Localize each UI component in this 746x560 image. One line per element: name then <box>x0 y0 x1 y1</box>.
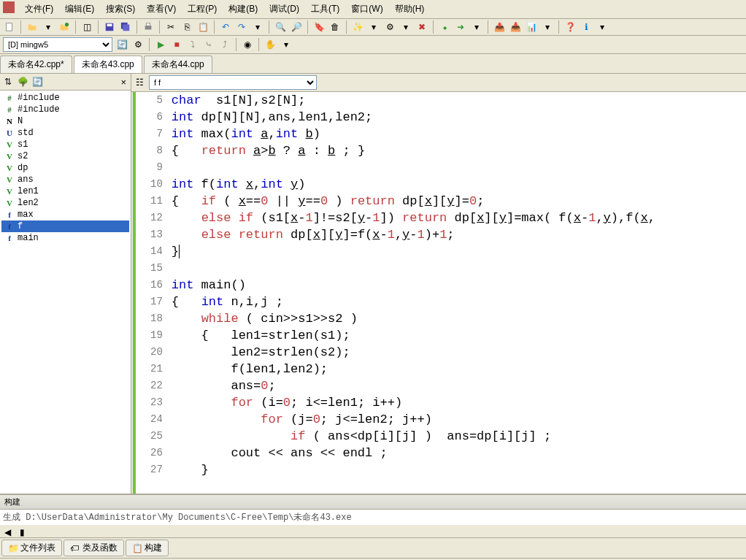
symbol-item[interactable]: Vans <box>1 174 129 185</box>
menu-search[interactable]: 搜索(S) <box>101 1 139 17</box>
separator <box>258 38 259 51</box>
step-into-icon[interactable]: ⤷ <box>202 38 215 51</box>
close-icon[interactable]: × <box>118 77 129 88</box>
symbol-label: len1 <box>18 186 39 196</box>
symbol-item[interactable]: ff <box>1 220 129 232</box>
refresh-icon[interactable]: 🔄 <box>31 75 44 88</box>
hand-icon[interactable]: ✋ <box>264 38 277 51</box>
code-template-icon[interactable]: ◫ <box>80 20 93 34</box>
symbol-label: main <box>18 233 39 243</box>
refresh-icon[interactable]: 🔄 <box>115 38 128 51</box>
paste-icon[interactable]: 📋 <box>196 20 209 34</box>
btab-build[interactable]: 📋构建 <box>126 540 169 556</box>
step-over-icon[interactable]: ⤵ <box>186 38 199 51</box>
import-icon[interactable]: 📥 <box>509 20 522 34</box>
recent-icon[interactable] <box>58 20 71 34</box>
separator <box>214 20 215 34</box>
symbol-item[interactable]: fmax <box>1 209 129 220</box>
sort-icon[interactable]: ⇅ <box>1 75 15 88</box>
menu-tools[interactable]: 工具(T) <box>307 1 344 17</box>
symbol-item[interactable]: fmain <box>1 232 129 244</box>
scroll-marker-icon[interactable]: ▮ <box>15 526 28 539</box>
cut-icon[interactable]: ✂ <box>164 20 177 34</box>
symbol-item[interactable]: ##include <box>1 92 129 104</box>
symbol-label: len2 <box>18 198 39 208</box>
breakpoint-icon[interactable]: ◉ <box>241 38 254 51</box>
dropdown-icon[interactable]: ▾ <box>367 20 380 34</box>
export-icon[interactable]: 📤 <box>493 20 506 34</box>
menu-window[interactable]: 窗口(W) <box>347 1 387 17</box>
btab-filelist[interactable]: 📁文件列表 <box>1 540 62 556</box>
menu-debug[interactable]: 调试(D) <box>265 1 304 17</box>
excel-icon[interactable]: 📊 <box>525 20 538 34</box>
menu-help[interactable]: 帮助(H) <box>391 1 429 17</box>
cancel-icon[interactable]: ✖ <box>415 20 428 34</box>
compiler-select[interactable]: [D] mingw5 <box>3 37 112 52</box>
run-icon[interactable]: ▶ <box>154 38 167 51</box>
svg-rect-6 <box>145 26 152 29</box>
editor-topbar: ☷ f f <box>131 74 746 92</box>
symbol-item[interactable]: Vdp <box>1 162 129 174</box>
stop-icon[interactable]: ■ <box>170 38 183 51</box>
symbol-item[interactable]: NN <box>1 115 129 127</box>
menu-view[interactable]: 查看(V) <box>142 1 180 17</box>
menu-build[interactable]: 构建(B) <box>224 1 262 17</box>
separator <box>159 20 160 34</box>
symbol-tree[interactable]: ##include ##include NNUstdVs1Vs2VdpVansV… <box>0 91 131 494</box>
copy-icon[interactable]: ⎘ <box>180 20 193 34</box>
V-icon: V <box>4 187 15 196</box>
dropdown-icon[interactable]: ▾ <box>42 20 55 34</box>
code-body[interactable]: char s1[N],s2[N];int dp[N][N],ans,len1,l… <box>169 92 746 494</box>
new-file-icon[interactable] <box>3 20 16 34</box>
symbol-item[interactable]: Vlen2 <box>1 197 129 209</box>
undo-icon[interactable]: ↶ <box>219 20 232 34</box>
print-icon[interactable] <box>142 20 155 34</box>
tree-icon[interactable]: 🌳 <box>16 75 29 88</box>
scroll-left-icon[interactable]: ◀ <box>1 526 14 539</box>
settings-icon[interactable]: ⚙ <box>131 38 145 51</box>
symbol-label: std <box>18 128 34 138</box>
menu-project[interactable]: 工程(P) <box>183 1 221 17</box>
code-editor[interactable]: 5678910111213141516171819202122232425262… <box>131 92 746 494</box>
dropdown-icon[interactable]: ▾ <box>399 20 412 34</box>
tab-file-2[interactable]: 未命名44.cpp <box>144 55 212 73</box>
save-icon[interactable] <box>103 20 116 34</box>
open-file-icon[interactable] <box>26 20 39 34</box>
class-icon[interactable]: ☷ <box>133 76 146 89</box>
nav-fwd-icon[interactable]: ➜ <box>454 20 467 34</box>
redo-icon[interactable]: ↷ <box>235 20 248 34</box>
dropdown-icon[interactable]: ▾ <box>596 20 609 34</box>
nav-back-icon[interactable]: ⬥ <box>438 20 451 34</box>
tab-file-1[interactable]: 未命名43.cpp <box>74 55 142 73</box>
help-icon[interactable]: ❓ <box>564 20 577 34</box>
info-icon[interactable]: ℹ <box>580 20 593 34</box>
menubar: 文件(F) 编辑(E) 搜索(S) 查看(V) 工程(P) 构建(B) 调试(D… <box>0 0 746 19</box>
menu-file[interactable]: 文件(F) <box>20 1 58 17</box>
btab-classes[interactable]: 🏷类及函数 <box>64 540 124 556</box>
find-in-files-icon[interactable]: 🔎 <box>290 20 303 34</box>
step-out-icon[interactable]: ⤴ <box>218 38 231 51</box>
tab-file-0[interactable]: 未命名42.cpp* <box>0 55 72 73</box>
symbol-item[interactable]: Vs2 <box>1 150 129 162</box>
toolbar-main: ▾ ◫ ✂ ⎘ 📋 ↶ ↷ ▾ 🔍 🔎 🔖 🗑 ✨ ▾ ⚙ ▾ ✖ ⬥ ➜ ▾ … <box>0 19 746 36</box>
function-select[interactable]: f f <box>149 75 317 90</box>
symbol-item[interactable]: Vs1 <box>1 139 129 150</box>
class-icon: 🏷 <box>70 543 80 553</box>
save-all-icon[interactable] <box>119 20 132 34</box>
gear-icon[interactable]: ⚙ <box>383 20 396 34</box>
dropdown-icon[interactable]: ▾ <box>280 38 293 51</box>
dropdown-icon[interactable]: ▾ <box>541 20 554 34</box>
svg-rect-7 <box>146 23 150 26</box>
dropdown-icon[interactable]: ▾ <box>251 20 264 34</box>
clear-bookmarks-icon[interactable]: 🗑 <box>328 20 342 34</box>
bookmark-icon[interactable]: 🔖 <box>312 20 326 34</box>
symbol-item[interactable]: Vlen1 <box>1 185 129 197</box>
find-icon[interactable]: 🔍 <box>274 20 287 34</box>
separator <box>98 20 99 34</box>
symbol-item[interactable]: Ustd <box>1 127 129 139</box>
symbol-label: #include <box>18 104 60 115</box>
dropdown-icon[interactable]: ▾ <box>470 20 483 34</box>
wand-icon[interactable]: ✨ <box>351 20 364 34</box>
symbol-item[interactable]: ##include <box>1 104 129 115</box>
menu-edit[interactable]: 编辑(E) <box>61 1 99 17</box>
